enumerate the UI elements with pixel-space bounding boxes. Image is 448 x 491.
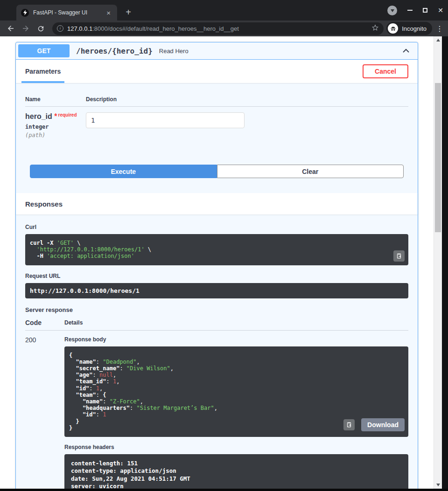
tab-close-icon[interactable]: × xyxy=(105,8,112,17)
scrollbar-thumb[interactable] xyxy=(435,83,441,232)
incognito-label: Incognito xyxy=(402,25,427,32)
parameter-name-cell: hero_id *required integer (path) xyxy=(25,112,86,138)
column-header-name: Name xyxy=(25,96,86,103)
required-label: required xyxy=(58,112,77,118)
parameters-body: Name Description hero_id *required integ… xyxy=(16,83,418,193)
responses-title: Responses xyxy=(25,200,63,208)
fastapi-favicon-icon xyxy=(21,9,29,17)
request-url-label: Request URL xyxy=(25,273,408,279)
required-star: * xyxy=(54,112,57,120)
url-path: :8000/docs#/default/read_hero_heroes__he… xyxy=(92,25,369,32)
page-viewport: GET /heroes/{hero_id} Read Hero Paramete… xyxy=(0,36,448,489)
http-method-badge: GET xyxy=(18,44,70,57)
curl-code-block: curl -X 'GET' \ 'http://127.0.0.1:8000/h… xyxy=(25,234,408,265)
execute-row: Execute Clear xyxy=(30,165,404,178)
cancel-button[interactable]: Cancel xyxy=(363,64,408,78)
clear-button[interactable]: Clear xyxy=(217,165,404,178)
url-host: 127.0.0.1 xyxy=(67,25,92,32)
operation-summary: Read Hero xyxy=(159,48,189,55)
response-row: 200 Response body Download { "name": "De… xyxy=(25,331,408,489)
forward-button[interactable] xyxy=(20,22,32,35)
window-maximize-button[interactable] xyxy=(423,8,427,13)
parameter-type: integer xyxy=(25,124,86,130)
column-header-description: Description xyxy=(86,96,408,103)
browser-toolbar: i 127.0.0.1 :8000/docs#/default/read_her… xyxy=(0,21,448,36)
parameter-description-cell xyxy=(86,112,408,138)
response-body-label: Response body xyxy=(64,336,408,343)
browser-tab[interactable]: FastAPI - Swagger UI × xyxy=(16,5,117,21)
window-controls: ✕ xyxy=(387,0,443,21)
copy-response-button[interactable] xyxy=(343,419,355,430)
window-minimize-button[interactable] xyxy=(407,10,413,11)
column-header-code: Code xyxy=(25,319,64,326)
new-tab-button[interactable]: + xyxy=(122,7,134,18)
url-bar[interactable]: i 127.0.0.1 :8000/docs#/default/read_her… xyxy=(52,22,384,35)
tab-title: FastAPI - Swagger UI xyxy=(33,9,105,16)
responses-section-header: Responses xyxy=(16,193,418,214)
window-right-frame xyxy=(442,36,448,489)
browser-titlebar: FastAPI - Swagger UI × + ✕ xyxy=(0,0,448,21)
back-button[interactable] xyxy=(5,22,17,35)
parameter-name: hero_id *required xyxy=(25,112,86,121)
collapse-chevron-icon[interactable] xyxy=(401,46,411,55)
parameter-location: (path) xyxy=(25,132,86,138)
reload-button[interactable] xyxy=(35,22,47,35)
response-body-actions: Download xyxy=(343,418,405,431)
response-headers-label: Response headers xyxy=(64,444,408,450)
response-details-cell: Response body Download { "name": "Deadpo… xyxy=(64,336,408,489)
response-headers-block: content-length: 151content-type: applica… xyxy=(64,454,408,489)
copy-curl-button[interactable] xyxy=(393,250,405,262)
server-response-label: Server response xyxy=(25,306,408,313)
browser-menu-icon[interactable]: ⋮ xyxy=(436,24,443,33)
page-scrollbar[interactable] xyxy=(434,36,442,489)
parameters-section-header: Parameters Cancel xyxy=(16,60,418,83)
bookmark-star-icon[interactable] xyxy=(371,24,379,33)
incognito-icon xyxy=(388,23,398,34)
opblock-header[interactable]: GET /heroes/{hero_id} Read Hero xyxy=(16,42,418,60)
swagger-content: GET /heroes/{hero_id} Read Hero Paramete… xyxy=(0,36,434,489)
parameters-table-header: Name Description xyxy=(25,96,408,107)
page-info-icon[interactable]: i xyxy=(57,25,63,32)
responses-body: Curl curl -X 'GET' \ 'http://127.0.0.1:8… xyxy=(16,214,418,489)
request-url-value: http://127.0.0.1:8000/heroes/1 xyxy=(25,283,408,298)
download-button[interactable]: Download xyxy=(361,418,405,431)
active-tab-underline xyxy=(21,81,64,83)
hero-id-input[interactable] xyxy=(86,112,245,128)
incognito-badge[interactable]: Incognito xyxy=(386,22,432,35)
column-header-details: Details xyxy=(64,319,408,326)
browser-update-icon[interactable] xyxy=(387,6,397,15)
opblock-get-heroes: GET /heroes/{hero_id} Read Hero Paramete… xyxy=(15,42,418,489)
window-close-button[interactable]: ✕ xyxy=(438,7,443,14)
curl-label: Curl xyxy=(25,224,408,230)
scrollbar-up-arrow[interactable] xyxy=(434,39,442,41)
response-table-header: Code Details xyxy=(25,319,408,331)
tab-parameters[interactable]: Parameters xyxy=(25,68,61,75)
scrollbar-down-arrow[interactable] xyxy=(434,484,442,486)
execute-button[interactable]: Execute xyxy=(30,165,217,178)
caret-down-icon xyxy=(391,9,394,12)
response-body-block: Download { "name": "Deadpond", "secret_n… xyxy=(64,346,408,437)
status-code: 200 xyxy=(25,336,64,489)
operation-path: /heroes/{hero_id} xyxy=(76,47,153,55)
window-bottom-frame xyxy=(0,489,448,491)
parameter-row: hero_id *required integer (path) xyxy=(25,107,408,138)
